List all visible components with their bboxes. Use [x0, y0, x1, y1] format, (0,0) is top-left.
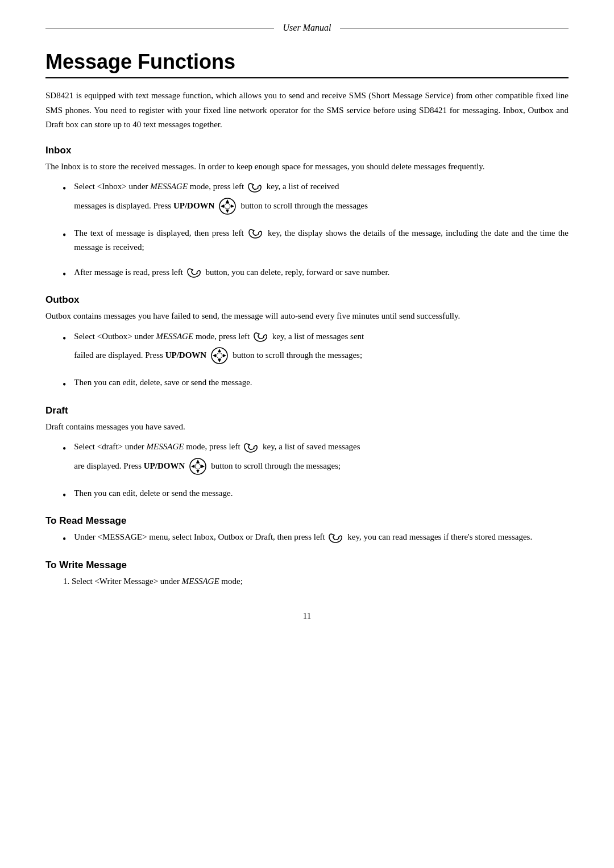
svg-marker-15	[196, 470, 200, 473]
bullet-dot: •	[63, 227, 66, 244]
bullet-content: Select <Outbox> under MESSAGE mode, pres…	[74, 329, 569, 366]
svg-marker-14	[196, 460, 200, 463]
draft-bullets: • Select <draft> under MESSAGE mode, pre…	[63, 440, 569, 504]
list-item: • The text of message is displayed, then…	[63, 226, 569, 255]
outbox-bullets: • Select <Outbox> under MESSAGE mode, pr…	[63, 329, 569, 394]
bullet-content: Then you can edit, delete, save or send …	[74, 375, 569, 390]
bullet-text: Then you can edit, delete, save or send …	[74, 378, 252, 387]
bullet-line2: are displayed. Press UP/DOWN button to s…	[74, 457, 569, 476]
list-item: • After message is read, press left butt…	[63, 265, 569, 283]
bullet-line2-suffix: button to scroll through the messages;	[211, 459, 341, 474]
to-write-title: To Write Message	[45, 560, 569, 571]
phone-key-icon	[248, 228, 264, 239]
header-line-left	[45, 28, 274, 28]
bullet-line2: messages is displayed. Press UP/DOWN	[74, 197, 569, 216]
nav-key-icon	[188, 457, 208, 476]
bullet-text: Select <Outbox> under MESSAGE mode, pres…	[74, 332, 252, 341]
header-title: User Manual	[274, 23, 341, 33]
bullet-line2-text: messages is displayed. Press UP/DOWN	[74, 199, 214, 214]
draft-title: Draft	[45, 405, 569, 416]
chapter-title: Message Functions	[45, 50, 569, 74]
to-read-title: To Read Message	[45, 515, 569, 527]
svg-marker-5	[231, 205, 234, 208]
bullet-line2-text: are displayed. Press UP/DOWN	[74, 459, 185, 474]
phone-key-icon	[186, 267, 202, 278]
nav-key-icon	[218, 197, 237, 216]
bullet-text-suffix: key, a list of messages sent	[272, 332, 364, 341]
bullet-dot: •	[63, 376, 66, 394]
bullet-text-suffix: key, a list of received	[267, 182, 339, 191]
inbox-title: Inbox	[45, 145, 569, 156]
to-read-section: To Read Message • Under <MESSAGE> menu, …	[45, 515, 569, 548]
bullet-text: The text of message is displayed, then p…	[74, 228, 247, 237]
svg-marker-3	[226, 210, 229, 213]
phone-key-icon	[243, 442, 259, 453]
svg-marker-2	[226, 199, 229, 203]
page-header: User Manual	[45, 23, 569, 33]
to-read-bullets: • Under <MESSAGE> menu, select Inbox, Ou…	[63, 530, 569, 548]
bullet-content: After message is read, press left button…	[74, 265, 569, 280]
bullet-text: After message is read, press left	[74, 268, 185, 277]
to-write-ordered-list: Select <Writer Message> under MESSAGE mo…	[72, 574, 569, 589]
draft-section: Draft Draft contains messages you have s…	[45, 405, 569, 504]
bullet-line2-text: failed are displayed. Press UP/DOWN	[74, 348, 206, 363]
outbox-description: Outbox contains messages you have failed…	[45, 309, 569, 324]
svg-marker-10	[213, 354, 216, 357]
phone-key-icon	[328, 532, 344, 544]
list-item: • Select <draft> under MESSAGE mode, pre…	[63, 440, 569, 476]
list-item: Select <Writer Message> under MESSAGE mo…	[72, 574, 569, 589]
bullet-line2-suffix: button to scroll through the messages;	[233, 348, 362, 363]
bullet-dot: •	[63, 180, 66, 198]
bullet-text-suffix: button, you can delete, reply, forward o…	[205, 268, 389, 277]
list-item: • Select <Outbox> under MESSAGE mode, pr…	[63, 329, 569, 366]
bullet-text: Select <Inbox> under MESSAGE mode, press…	[74, 182, 246, 191]
outbox-section: Outbox Outbox contains messages you have…	[45, 294, 569, 394]
phone-key-icon	[247, 182, 263, 193]
svg-point-13	[195, 464, 201, 469]
outbox-title: Outbox	[45, 294, 569, 306]
page-number: 11	[45, 611, 569, 621]
list-item: • Select <Inbox> under MESSAGE mode, pre…	[63, 180, 569, 216]
bullet-text-suffix: key, you can read messages if there's st…	[347, 532, 532, 541]
bullet-content: Select <draft> under MESSAGE mode, press…	[74, 440, 569, 476]
inbox-bullets: • Select <Inbox> under MESSAGE mode, pre…	[63, 180, 569, 283]
inbox-section: Inbox The Inbox is to store the received…	[45, 145, 569, 283]
chapter-underline	[45, 77, 569, 78]
ordered-item-text: Select <Writer Message> under MESSAGE mo…	[72, 577, 243, 586]
svg-marker-11	[223, 354, 226, 357]
bullet-dot: •	[63, 531, 66, 548]
bullet-dot: •	[63, 440, 66, 458]
svg-marker-16	[191, 465, 194, 468]
bullet-line2: failed are displayed. Press UP/DOWN butt…	[74, 346, 569, 365]
svg-point-1	[225, 203, 230, 209]
bullet-dot: •	[63, 330, 66, 348]
svg-marker-17	[201, 465, 205, 468]
inbox-description: The Inbox is to store the received messa…	[45, 160, 569, 174]
list-item: • Then you can edit, delete or send the …	[63, 486, 569, 504]
svg-marker-9	[218, 359, 221, 362]
bullet-text: Select <draft> under MESSAGE mode, press…	[74, 442, 242, 451]
phone-key-icon	[253, 331, 269, 343]
bullet-text-suffix: key, a list of saved messages	[263, 442, 360, 451]
to-write-section: To Write Message Select <Writer Message>…	[45, 560, 569, 589]
bullet-content: Select <Inbox> under MESSAGE mode, press…	[74, 180, 569, 216]
bullet-content: Under <MESSAGE> menu, select Inbox, Outb…	[74, 530, 569, 545]
bullet-dot: •	[63, 487, 66, 504]
header-line-right	[340, 28, 569, 28]
svg-point-7	[217, 353, 222, 358]
nav-key-icon	[210, 346, 229, 365]
bullet-line2-suffix: button to scroll through the messages	[240, 199, 368, 214]
list-item: • Then you can edit, delete, save or sen…	[63, 375, 569, 394]
bullet-content: Then you can edit, delete or send the me…	[74, 486, 569, 501]
bullet-text: Then you can edit, delete or send the me…	[74, 489, 233, 498]
svg-marker-4	[221, 205, 224, 208]
draft-description: Draft contains messages you have saved.	[45, 420, 569, 435]
intro-text: SD8421 is equipped with text message fun…	[45, 89, 569, 132]
bullet-dot: •	[63, 266, 66, 283]
bullet-text: Under <MESSAGE> menu, select Inbox, Outb…	[74, 532, 327, 541]
list-item: • Under <MESSAGE> menu, select Inbox, Ou…	[63, 530, 569, 548]
bullet-content: The text of message is displayed, then p…	[74, 226, 569, 255]
svg-marker-8	[218, 349, 221, 352]
